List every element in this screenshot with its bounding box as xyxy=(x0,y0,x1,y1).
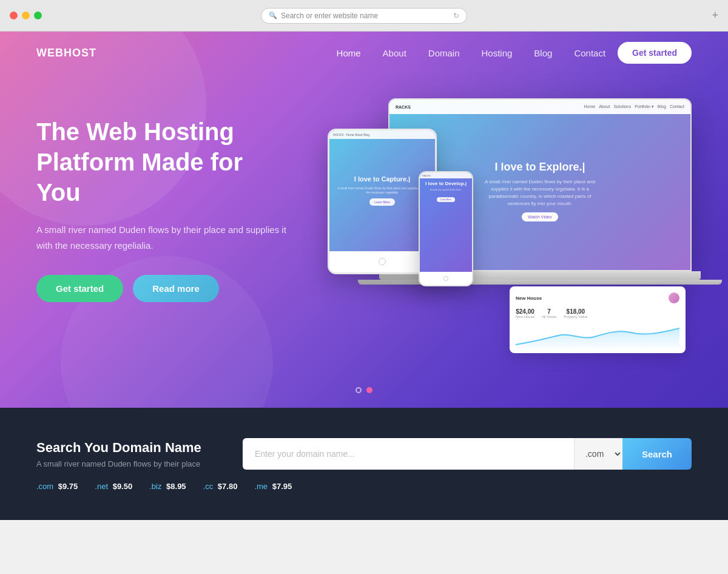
tablet-home-button[interactable] xyxy=(379,258,386,265)
phone-logo: RACKS xyxy=(422,174,431,177)
nav-domain[interactable]: Domain xyxy=(428,48,460,58)
analytics-stats: $24,00 New House 7 All Views $18,00 Prop… xyxy=(516,308,679,319)
price-cc: .cc $7.80 xyxy=(203,482,238,491)
phone-bottom xyxy=(420,272,472,285)
phone-home-button[interactable] xyxy=(443,276,448,281)
screen-cta[interactable]: Watch Video xyxy=(522,212,558,221)
footer-area xyxy=(0,520,728,574)
phone-cta[interactable]: Learn More xyxy=(437,197,455,202)
analytics-title: New House xyxy=(516,295,542,301)
stat-label-2: All Views xyxy=(542,315,556,319)
nav-hosting[interactable]: Hosting xyxy=(481,48,512,58)
phone-body: RACKS I love to Develop.| A small river … xyxy=(419,171,473,286)
stat-value-2: 7 xyxy=(542,308,556,315)
stat-new-house: $24,00 New House xyxy=(516,308,534,319)
screen-title: I love to Explore.| xyxy=(479,161,601,174)
phone-mockup: RACKS I love to Develop.| A small river … xyxy=(419,171,473,286)
price-biz: .biz $8.95 xyxy=(149,482,186,491)
screen-nav-blog: Blog xyxy=(658,104,666,109)
hero-buttons: Get started Read more xyxy=(36,275,291,302)
tablet-text: A small river named Duden flows by their… xyxy=(335,186,429,195)
price-val-biz: $8.95 xyxy=(166,482,186,491)
carousel-dots xyxy=(356,387,372,393)
domain-section: Search You Domain Name A small river nam… xyxy=(0,408,728,520)
hero-section: WEBHOST Home About Domain Hosting Blog C… xyxy=(0,32,728,408)
screen-nav-home: Home xyxy=(584,104,595,109)
price-ext-net: .net xyxy=(95,482,108,491)
screen-nav-portfolio: Portfolio ▾ xyxy=(635,104,654,109)
stat-label-3: Property Value xyxy=(564,315,587,319)
price-val-com: $9.75 xyxy=(58,482,78,491)
refresh-icon[interactable]: ↻ xyxy=(453,12,459,20)
price-ext-cc: .cc xyxy=(203,482,214,491)
phone-title: I love to Develop.| xyxy=(423,181,468,186)
logo: WEBHOST xyxy=(36,47,96,59)
browser-chrome: 🔍 Search or enter website name ↻ + xyxy=(0,0,728,32)
tablet-logo: RACKS xyxy=(333,133,343,137)
screen-nav-about: About xyxy=(599,104,610,109)
nav-about[interactable]: About xyxy=(383,48,406,58)
dot-2[interactable] xyxy=(366,387,372,393)
hero-content: The Web Hosting Platform Made for You A … xyxy=(0,74,728,371)
domain-extension-select[interactable]: .com .net .biz .cc .me xyxy=(574,438,622,470)
stat-value-3: $18,00 xyxy=(564,308,587,315)
phone-text: A small river named Duden flows. xyxy=(423,189,468,192)
minimize-button[interactable] xyxy=(22,12,30,19)
stat-value-1: $24,00 xyxy=(516,308,534,315)
tablet-cta[interactable]: Learn More xyxy=(369,198,395,206)
hero-left: The Web Hosting Platform Made for You A … xyxy=(36,92,291,371)
nav-contact[interactable]: Contact xyxy=(574,48,605,58)
stat-property: $18,00 Property Value xyxy=(564,308,587,319)
nav-links: Home About Domain Hosting Blog Contact xyxy=(337,48,606,58)
domain-title-area: Search You Domain Name A small river nam… xyxy=(36,440,206,468)
new-tab-button[interactable]: + xyxy=(712,9,718,22)
price-ext-me: .me xyxy=(254,482,268,491)
domain-inner: Search You Domain Name A small river nam… xyxy=(36,438,692,470)
tablet-title: I love to Capture.| xyxy=(335,175,429,183)
hero-description: A small river named Duden flows by their… xyxy=(36,222,291,253)
navbar: WEBHOST Home About Domain Hosting Blog C… xyxy=(0,32,728,74)
nav-blog[interactable]: Blog xyxy=(534,48,552,58)
navbar-cta-button[interactable]: Get started xyxy=(618,42,692,64)
screen-nav-items: Home About Solutions Portfolio ▾ Blog Co… xyxy=(584,104,684,109)
dot-1[interactable] xyxy=(356,387,362,393)
hero-right: RACKS Home About Solutions Portfolio ▾ B… xyxy=(291,92,692,371)
maximize-button[interactable] xyxy=(34,12,42,19)
phone-screen: RACKS I love to Develop.| A small river … xyxy=(420,172,472,272)
price-ext-biz: .biz xyxy=(149,482,161,491)
screen-nav-solutions: Solutions xyxy=(613,104,631,109)
read-more-button[interactable]: Read more xyxy=(133,275,219,302)
price-com: .com $9.75 xyxy=(36,482,78,491)
stat-label-1: New House xyxy=(516,315,534,319)
analytics-chart xyxy=(516,323,679,351)
price-net: .net $9.50 xyxy=(95,482,132,491)
hero-title: The Web Hosting Platform Made for You xyxy=(36,116,291,208)
domain-input[interactable] xyxy=(243,438,574,470)
tablet-navbar: RACKS Home About Blog xyxy=(329,130,435,139)
screen-logo: RACKS xyxy=(396,105,411,109)
price-me: .me $7.95 xyxy=(254,482,292,491)
close-button[interactable] xyxy=(10,12,18,19)
traffic-lights xyxy=(10,12,42,19)
analytics-avatar xyxy=(669,292,679,303)
search-icon: 🔍 xyxy=(269,12,277,19)
phone-navbar: RACKS xyxy=(420,172,472,178)
price-val-net: $9.50 xyxy=(113,482,133,491)
url-text: Search or enter website name xyxy=(281,12,450,20)
screen-text: A small river named Duden flows by their… xyxy=(479,178,601,208)
tablet-nav-items: Home About Blog xyxy=(346,133,369,137)
screen-content: I love to Explore.| A small river named … xyxy=(479,161,601,221)
screen-navbar: RACKS Home About Solutions Portfolio ▾ B… xyxy=(389,100,690,114)
domain-search-button[interactable]: Search xyxy=(622,438,692,470)
nav-home[interactable]: Home xyxy=(337,48,361,58)
price-ext-com: .com xyxy=(36,482,53,491)
domain-description: A small river named Duden flows by their… xyxy=(36,459,206,468)
price-val-me: $7.95 xyxy=(272,482,292,491)
analytics-card: New House $24,00 New House 7 All Views xyxy=(510,286,686,353)
analytics-header: New House xyxy=(516,292,679,303)
screen-nav-contact: Contact xyxy=(670,104,684,109)
price-val-cc: $7.80 xyxy=(218,482,238,491)
domain-prices: .com $9.75 .net $9.50 .biz $8.95 .cc $7.… xyxy=(36,482,692,491)
url-bar[interactable]: 🔍 Search or enter website name ↻ xyxy=(261,8,467,24)
get-started-button[interactable]: Get started xyxy=(36,275,123,302)
